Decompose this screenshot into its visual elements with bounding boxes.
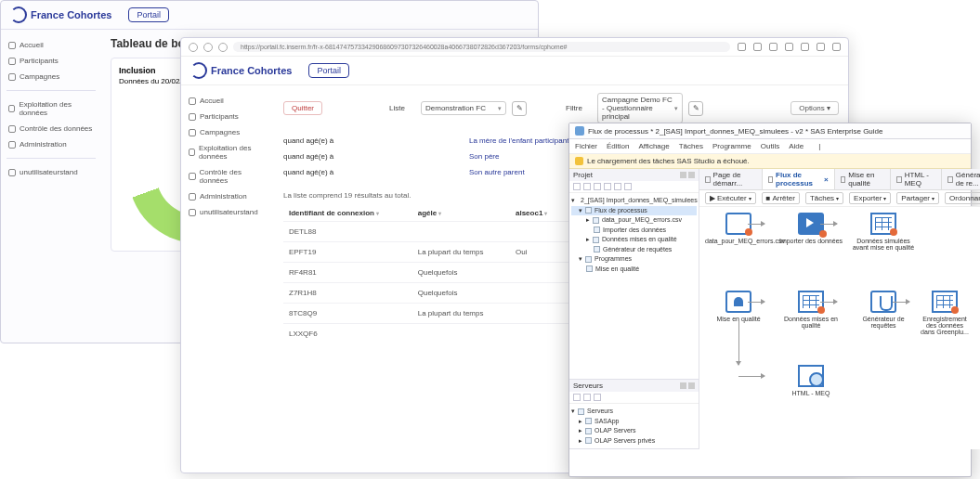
liste-select[interactable]: Demonstration FC▾ (421, 101, 506, 115)
filtre-select[interactable]: Campagne Demo FC - Questionnaire princip… (597, 93, 683, 123)
sidebar-item-admin[interactable]: Administration (7, 136, 96, 152)
sidebar-item-accueil[interactable]: Accueil (7, 37, 96, 53)
browser-urlbar: https://portail.fc.inserm.fr/fr-x-681474… (181, 38, 848, 57)
portail-button[interactable]: Portail (128, 7, 169, 22)
back-icon[interactable] (189, 43, 198, 52)
ext-icon[interactable] (769, 43, 777, 51)
node-gen[interactable]: Générateur de requêtes (850, 291, 917, 329)
sidebar-item-accueil[interactable]: Accueil (187, 93, 268, 109)
tool-icon[interactable] (573, 183, 581, 190)
node-html[interactable]: HTML - MEQ (777, 365, 844, 396)
menu-affichage[interactable]: Affichage (638, 142, 669, 150)
tab-start[interactable]: Page de démarr... (699, 169, 763, 189)
menu-icon[interactable] (832, 43, 841, 51)
run-button[interactable]: ▶ Exécuter▾ (705, 192, 756, 204)
question-label: quand agé(e) à (283, 152, 432, 161)
tree-node[interactable]: Générateur de requêtes (571, 245, 697, 255)
logo-text: France Cohortes (211, 65, 292, 76)
portail-button[interactable]: Portail (308, 63, 349, 78)
stop-button[interactable]: ■ Arrêter (762, 192, 800, 204)
sidebar-item-admin[interactable]: Administration (187, 188, 268, 204)
tree-node[interactable]: ▸Données mises en qualité (571, 235, 697, 245)
flow-arrow (738, 318, 739, 365)
edit-liste-button[interactable]: ✎ (512, 101, 527, 116)
tree-node[interactable]: ▸data_pour_MEQ_errors.csv (571, 215, 697, 226)
node-csv[interactable]: data_pour_MEQ_errors.csv (705, 213, 772, 244)
sidebar-item-user[interactable]: unutilisateurstand (7, 164, 96, 180)
tool-icon[interactable] (594, 394, 601, 401)
tree-node[interactable]: ▾Programmes (571, 254, 697, 265)
col-header[interactable]: alseoc1▾ (510, 205, 565, 222)
tree-node[interactable]: ▸SASApp (571, 417, 697, 427)
ext-icon[interactable] (785, 43, 793, 51)
node-sim[interactable]: Données simulées avant mise en qualité (850, 213, 917, 251)
flow-canvas[interactable]: data_pour_MEQ_errors.csv Importer des do… (699, 207, 980, 449)
node-dmq[interactable]: Données mises en qualité (777, 291, 844, 329)
flow-icon (585, 207, 592, 214)
tool-icon[interactable] (583, 183, 591, 190)
url-input[interactable]: https://portail.fc.inserm.fr/fr-x-681474… (233, 42, 730, 52)
sidebar-item-exploitation[interactable]: Exploitation des données (187, 140, 268, 164)
panel-btn[interactable] (688, 172, 695, 178)
menu-fichier[interactable]: Fichier (575, 142, 597, 150)
tab-mise[interactable]: Mise en qualité (835, 169, 891, 189)
ext-icon[interactable] (753, 43, 762, 51)
answer-link[interactable]: Son autre parent (469, 168, 525, 176)
tool-icon[interactable] (614, 183, 621, 190)
campaign-icon (8, 73, 16, 81)
export-button[interactable]: Exporter▾ (849, 192, 891, 204)
sidebar-item-controle[interactable]: Contrôle des données (7, 121, 96, 136)
sidebar-item-participants[interactable]: Participants (7, 53, 96, 69)
panel-btn[interactable] (680, 382, 686, 389)
node-enr[interactable]: Enregistrement des données dans Greenplu… (919, 291, 971, 335)
question-label: quand agé(e) à (283, 136, 432, 145)
tree-node[interactable]: ▸OLAP Servers privés (571, 436, 697, 447)
reload-icon[interactable] (203, 43, 213, 52)
sidebar-item-user[interactable]: unutilisateurstand (187, 204, 268, 220)
node-mise[interactable]: Mise en qualité (705, 291, 772, 322)
sidebar-item-exploitation[interactable]: Exploitation des données (7, 97, 96, 121)
tasks-button[interactable]: Tâches▾ (805, 192, 843, 204)
menu-programme[interactable]: Programme (712, 142, 751, 150)
ext-icon[interactable] (801, 43, 809, 51)
tree-node[interactable]: ▾Serveurs (571, 407, 697, 417)
person-icon (8, 169, 16, 176)
tree-node[interactable]: ▾Flux de processus (571, 206, 697, 216)
menu-aide[interactable]: Aide (789, 142, 804, 150)
tool-icon[interactable] (594, 183, 601, 190)
tree-node[interactable]: Importer des données (571, 226, 697, 236)
col-header[interactable]: Identifiant de connexion▾ (283, 205, 412, 222)
sidebar-item-campagnes[interactable]: Campagnes (7, 69, 96, 84)
globe-icon (798, 365, 824, 387)
ext-icon[interactable] (738, 43, 746, 51)
edit-filtre-button[interactable]: ✎ (688, 101, 703, 116)
grid-icon (932, 291, 958, 313)
options-button[interactable]: Options ▾ (791, 101, 839, 115)
tool-icon[interactable] (573, 394, 581, 401)
tree-node[interactable]: ▾2_[SAS] Import_donnes_MEQ_simulees (571, 196, 697, 206)
panel-btn[interactable] (680, 172, 686, 178)
sidebar-item-controle[interactable]: Contrôle des données (187, 164, 268, 188)
ext-icon[interactable] (817, 43, 825, 51)
menu-outils[interactable]: Outils (761, 142, 779, 150)
close-icon[interactable]: × (824, 175, 829, 184)
tool-icon[interactable] (604, 183, 611, 190)
node-import[interactable]: Importer des données (777, 213, 844, 244)
quitter-button[interactable]: Quitter (283, 101, 322, 115)
schedule-button[interactable]: Ordonnancer▾ (945, 192, 980, 204)
menu-edition[interactable]: Édition (607, 142, 629, 150)
panel-btn[interactable] (688, 382, 695, 389)
tab-gen[interactable]: Générateur de re... (942, 169, 980, 189)
tool-icon[interactable] (624, 183, 632, 190)
menu-taches[interactable]: Tâches (679, 142, 703, 150)
col-header[interactable]: agéle▾ (412, 205, 510, 222)
tab-html[interactable]: HTML - MEQ (891, 169, 942, 189)
share-button[interactable]: Partager▾ (896, 192, 939, 204)
tree-node[interactable]: Mise en qualité (571, 265, 697, 275)
tree-node[interactable]: ▸OLAP Servers (571, 426, 697, 436)
sidebar-item-participants[interactable]: Participants (187, 109, 268, 124)
answer-link[interactable]: Son père (469, 152, 499, 161)
tab-flow[interactable]: Flux de processus× (763, 169, 835, 189)
sidebar-item-campagnes[interactable]: Campagnes (187, 124, 268, 140)
tool-icon[interactable] (583, 394, 591, 401)
